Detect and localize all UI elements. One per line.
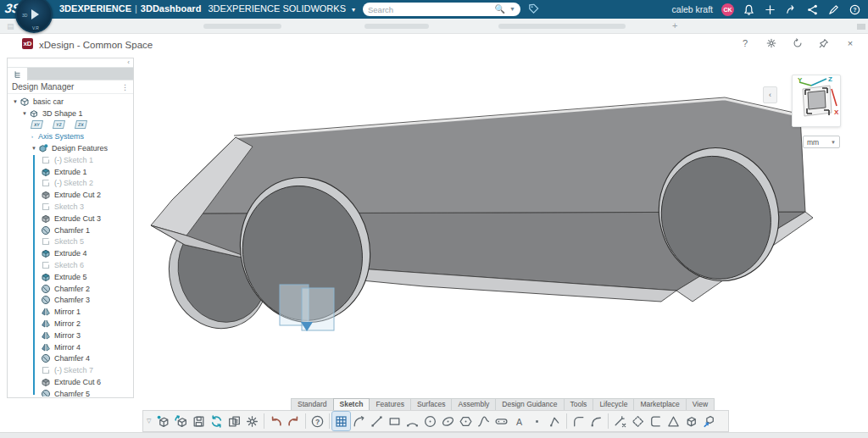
project-tool[interactable] xyxy=(700,412,718,430)
rectangle-tool[interactable] xyxy=(386,412,403,430)
slot-tool[interactable] xyxy=(492,412,510,430)
tag-icon[interactable] xyxy=(527,3,540,15)
scrollbar-nub[interactable] xyxy=(857,24,865,30)
tree-item-mirror-2[interactable]: Mirror 2 xyxy=(8,318,133,330)
ribbon-tab-lifecycle[interactable]: Lifecycle xyxy=(593,398,634,410)
plane-zx-icon[interactable]: ZX xyxy=(75,120,87,129)
ribbon-tab-standard[interactable]: Standard xyxy=(291,398,334,410)
plane-xy-icon[interactable]: XY xyxy=(31,120,43,129)
user-avatar[interactable]: CK xyxy=(721,3,734,16)
open-shape-tool[interactable] xyxy=(172,412,190,430)
sketch-selection-highlight[interactable] xyxy=(280,285,334,331)
sync-tool[interactable] xyxy=(208,412,225,430)
tree-item-design-features[interactable]: ▼Design Features xyxy=(8,142,133,154)
panel-collapse-icon[interactable]: ‹ xyxy=(127,58,130,66)
tree-item-sketch-6[interactable]: Sketch 6 xyxy=(8,259,133,271)
tree-item-basic-car[interactable]: ▼basic car xyxy=(8,96,133,108)
ribbon-tab-view[interactable]: View xyxy=(686,398,715,410)
help-tool[interactable]: ? xyxy=(309,412,326,430)
tree-item-extrude-1[interactable]: Extrude 1 xyxy=(8,166,133,178)
ellipse-tool[interactable] xyxy=(439,412,457,430)
tree-item-extrude-cut-2[interactable]: Extrude Cut 2 xyxy=(8,189,133,201)
spline-tool[interactable] xyxy=(475,412,492,430)
tree-item-sketch-7[interactable]: (-)Sketch 7 xyxy=(8,364,133,376)
tree-item-chamfer-5[interactable]: Chamfer 5 xyxy=(8,388,133,396)
tree-view-tab[interactable] xyxy=(8,68,28,80)
units-dropdown[interactable]: mm ▼ xyxy=(803,136,840,148)
search-icon[interactable]: 🔍 xyxy=(495,3,505,16)
box-tool[interactable] xyxy=(682,412,700,430)
pen-icon[interactable] xyxy=(827,3,840,16)
bell-icon[interactable] xyxy=(743,3,755,16)
point-tool[interactable] xyxy=(528,412,546,430)
plus-icon[interactable] xyxy=(764,3,776,16)
tree-item-mirror-4[interactable]: Mirror 4 xyxy=(8,341,133,353)
new-shape-tool[interactable] xyxy=(154,412,172,430)
ribbon-tab-surfaces[interactable]: Surfaces xyxy=(410,398,453,410)
toolbar-collapse-icon[interactable]: ▽ xyxy=(147,418,151,424)
tree-item-extrude-cut-3[interactable]: Extrude Cut 3 xyxy=(8,213,133,225)
fillet-tool[interactable] xyxy=(570,412,587,430)
expand-caret-icon[interactable]: ▼ xyxy=(22,111,29,116)
search-input[interactable] xyxy=(368,5,495,14)
share-forward-icon[interactable] xyxy=(785,3,798,16)
sketch-tool[interactable] xyxy=(332,412,350,430)
smart-sketch-tool[interactable] xyxy=(350,412,368,430)
tree-item-sketch-5[interactable]: Sketch 5 xyxy=(8,236,133,248)
settings-gear-icon[interactable] xyxy=(765,37,777,49)
new-dashboard-tab-button[interactable]: + xyxy=(672,20,677,30)
ribbon-tab-tools[interactable]: Tools xyxy=(564,398,594,410)
tree-item-sketch-2[interactable]: (-)Sketch 2 xyxy=(8,178,133,190)
polyline-tool[interactable] xyxy=(546,412,564,430)
pin-icon[interactable] xyxy=(818,37,830,49)
car-model[interactable] xyxy=(134,54,868,398)
settings-tool[interactable] xyxy=(243,412,261,430)
collapse-right-panel-button[interactable]: ‹ xyxy=(763,86,777,103)
help-icon[interactable]: ? xyxy=(739,37,751,49)
tree-item-extrude-cut-6[interactable]: Extrude Cut 6 xyxy=(8,376,133,388)
transfer-tool[interactable] xyxy=(225,412,243,430)
polygon-tool[interactable] xyxy=(457,412,475,430)
tree-item-chamfer-2[interactable]: Chamfer 2 xyxy=(8,283,133,295)
ribbon-tab-features[interactable]: Features xyxy=(369,398,411,410)
tree-item-mirror-3[interactable]: Mirror 3 xyxy=(8,330,133,341)
help-circle-icon[interactable]: ? xyxy=(849,3,861,16)
refresh-icon[interactable] xyxy=(792,37,804,49)
ribbon-tab-sketch[interactable]: Sketch xyxy=(333,398,370,410)
dashboard-tab-placeholder[interactable] xyxy=(498,24,626,29)
tree-item-sketch-3[interactable]: Sketch 3 xyxy=(8,201,133,213)
ribbon-tab-assembly[interactable]: Assembly xyxy=(451,398,496,410)
expand-caret-icon[interactable]: › xyxy=(31,134,38,139)
tree-item-mirror-1[interactable]: Mirror 1 xyxy=(8,306,133,318)
tree-item-chamfer-3[interactable]: Chamfer 3 xyxy=(8,295,133,307)
dashboard-menu-icon[interactable]: ▤ xyxy=(7,22,14,30)
dashboard-tab-placeholder[interactable] xyxy=(364,24,429,29)
save-tool[interactable] xyxy=(190,412,208,430)
tree-item-3d-shape-1[interactable]: ▼3D Shape 1 xyxy=(8,108,133,119)
design-manager-header[interactable]: Design Manager ⋮ xyxy=(8,80,133,94)
user-name[interactable]: caleb kraft xyxy=(672,4,713,14)
3d-viewport[interactable]: ‹ Y Z X mm ▼ xyxy=(134,54,868,398)
tree-item-extrude-5[interactable]: Extrude 5 xyxy=(8,271,133,283)
global-search[interactable]: 🔍 ▼ xyxy=(363,3,520,16)
panel-tab-area[interactable] xyxy=(28,68,133,80)
tree-item-chamfer-4[interactable]: Chamfer 4 xyxy=(8,353,133,365)
search-options-chevron-icon[interactable]: ▼ xyxy=(509,3,515,16)
platform-switcher[interactable]: 3DEXPERIENCE SOLIDWORKS ▾ xyxy=(208,3,355,14)
arc-tool[interactable] xyxy=(403,412,421,430)
redo-tool[interactable] xyxy=(285,412,303,430)
tree-item-extrude-4[interactable]: Extrude 4 xyxy=(8,247,133,259)
dashboard-tab-placeholder[interactable] xyxy=(203,24,281,29)
offset-entities-tool[interactable] xyxy=(647,412,665,430)
tree-item-chamfer-1[interactable]: Chamfer 1 xyxy=(8,225,133,236)
text-tool[interactable]: A xyxy=(510,412,528,430)
undo-tool[interactable] xyxy=(267,412,285,430)
close-icon[interactable]: × xyxy=(844,37,856,49)
ribbon-tab-design-guidance[interactable]: Design Guidance xyxy=(495,398,564,410)
circle-tool[interactable] xyxy=(421,412,439,430)
share-network-icon[interactable] xyxy=(806,3,819,16)
tree-item-sketch-1[interactable]: (-)Sketch 1 xyxy=(8,154,133,166)
corner-arc-tool[interactable] xyxy=(587,412,605,430)
ribbon-tab-marketplace[interactable]: Marketplace xyxy=(633,398,686,410)
tree-item-axis-systems[interactable]: ›Axis Systems xyxy=(8,130,133,142)
